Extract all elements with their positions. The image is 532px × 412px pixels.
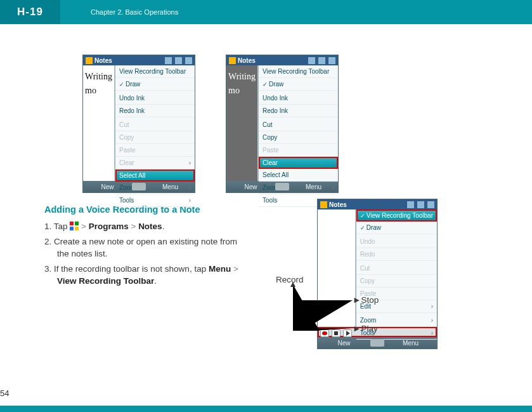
menu-redo: Redo	[356, 248, 437, 261]
context-menu: View Recording Toolbar Draw Undo Ink Red…	[258, 65, 338, 181]
ink-pane: Writing mo	[83, 65, 115, 181]
menu-clear: Clear	[115, 157, 195, 169]
step3-prefix: 3. If the recording toolbar is not shown…	[44, 264, 209, 274]
menu-view-rec-toolbar[interactable]: View Recording Toolbar	[115, 65, 195, 78]
record-button[interactable]	[320, 329, 329, 337]
volume-icon	[318, 57, 325, 64]
menu-draw[interactable]: Draw	[259, 78, 338, 91]
device-titlebar: Notes	[318, 199, 437, 209]
signal-icon	[165, 57, 172, 64]
device-title: Notes	[94, 57, 162, 64]
device-titlebar: Notes	[226, 55, 338, 65]
page-content: Notes Writing mo View Recording Toolbar …	[0, 24, 532, 287]
menu-undo-ink[interactable]: Undo Ink	[115, 92, 195, 105]
softkey-new[interactable]: New	[83, 183, 132, 190]
context-menu: View Recording Toolbar Draw Undo Ink Red…	[115, 65, 195, 181]
step1-gt2: >	[129, 222, 138, 231]
softkey-new[interactable]: New	[226, 183, 275, 190]
handwriting-icon: Writing mo	[228, 68, 258, 112]
stop-button[interactable]	[332, 329, 341, 337]
menu-select-all[interactable]: Select All	[259, 169, 338, 182]
page-header: H-19 Chapter 2. Basic Operations	[0, 0, 532, 24]
device-body: Writing mo View Recording Toolbar Draw U…	[226, 65, 338, 181]
logo-box: H-19	[0, 0, 60, 24]
step1-prefix: 1. Tap	[44, 222, 70, 231]
menu-cut: Cut	[115, 119, 195, 131]
keyboard-icon[interactable]	[275, 183, 289, 190]
step3-menu: Menu	[209, 264, 231, 274]
svg-text:Writing: Writing	[228, 72, 256, 81]
menu-copy[interactable]: Copy	[259, 131, 338, 144]
step3-vrt: View Recording Toolbar	[57, 276, 154, 286]
step3-gt: >	[231, 264, 238, 274]
callout-play: ►Play	[353, 324, 378, 333]
notes-canvas[interactable]	[318, 209, 356, 327]
device-title: Notes	[329, 201, 404, 208]
device-title: Notes	[238, 57, 305, 64]
device-titlebar: Notes	[83, 55, 195, 65]
menu-select-all[interactable]: Select All	[115, 169, 195, 182]
close-icon	[427, 201, 434, 208]
device-screenshot-right: Notes Writing mo View Recording Toolbar …	[226, 55, 339, 193]
device-screenshot-left: Notes Writing mo View Recording Toolbar …	[82, 55, 195, 193]
menu-draw[interactable]: Draw	[115, 78, 195, 91]
step1-suffix: .	[162, 222, 165, 231]
chapter-title: Chapter 2. Basic Operations	[91, 8, 178, 16]
start-icon	[229, 57, 236, 64]
volume-icon	[417, 201, 424, 208]
start-icon	[86, 57, 93, 64]
device-softkey-bar: New Menu	[318, 337, 437, 349]
svg-text:Writing: Writing	[85, 72, 112, 81]
volume-icon	[175, 57, 182, 64]
callout-stop-text: Stop	[361, 295, 379, 305]
signal-icon	[407, 201, 414, 208]
softkey-menu[interactable]: Menu	[384, 340, 437, 347]
step1-programs: Programs	[89, 222, 129, 231]
handwriting-icon: Writing mo	[84, 68, 115, 112]
step1-gt1: >	[81, 222, 89, 231]
keyboard-icon[interactable]	[132, 183, 146, 190]
svg-text:mo: mo	[85, 86, 96, 95]
keyboard-icon[interactable]	[370, 339, 384, 347]
screenshots-row: Notes Writing mo View Recording Toolbar …	[82, 55, 532, 193]
start-icon	[320, 201, 327, 208]
menu-view-rec-toolbar[interactable]: View Recording Toolbar	[259, 65, 338, 78]
step-2: 2. Create a new note or open an existing…	[44, 236, 250, 260]
svg-text:mo: mo	[228, 86, 240, 95]
device-body: Writing mo View Recording Toolbar Draw U…	[83, 65, 195, 181]
menu-redo-ink[interactable]: Redo Ink	[115, 105, 195, 117]
logo-text: H-19	[17, 6, 43, 18]
menu-paste: Paste	[115, 144, 195, 157]
instruction-list: 1. Tap > Programs > Notes. 2. Create a n…	[44, 221, 250, 287]
menu-redo-ink[interactable]: Redo Ink	[259, 105, 338, 117]
step3-suffix: .	[154, 276, 157, 286]
callout-play-text: Play	[361, 324, 377, 333]
menu-clear[interactable]: Clear	[259, 157, 338, 169]
step1-notes: Notes	[138, 222, 162, 231]
ok-icon	[185, 57, 192, 64]
page-number: 54	[0, 389, 9, 398]
step-3: 3. If the recording toolbar is not shown…	[44, 263, 250, 288]
callout-record: Record	[276, 275, 304, 284]
step-1: 1. Tap > Programs > Notes.	[44, 221, 250, 233]
menu-tools[interactable]: Tools	[115, 194, 195, 207]
menu-cut: Cut	[356, 262, 437, 275]
ok-icon	[328, 57, 335, 64]
menu-cut[interactable]: Cut	[259, 119, 338, 131]
menu-copy: Copy	[356, 275, 437, 288]
play-button[interactable]	[343, 329, 352, 337]
recording-figure: Notes View Recording Toolbar Draw Undo R…	[279, 199, 438, 357]
footer-bar	[0, 406, 532, 412]
softkey-menu[interactable]: Menu	[146, 183, 195, 190]
menu-draw[interactable]: Draw	[356, 222, 437, 234]
menu-view-rec-toolbar[interactable]: View Recording Toolbar	[356, 209, 437, 222]
menu-undo-ink[interactable]: Undo Ink	[259, 92, 338, 105]
menu-copy: Copy	[115, 131, 195, 144]
softkey-menu[interactable]: Menu	[289, 183, 338, 190]
context-menu: View Recording Toolbar Draw Undo Redo Cu…	[356, 209, 437, 327]
callout-stop: ►Stop	[353, 295, 379, 305]
softkey-new[interactable]: New	[318, 340, 370, 347]
windows-start-icon	[70, 222, 79, 230]
device-body: View Recording Toolbar Draw Undo Redo Cu…	[318, 209, 437, 327]
menu-paste: Paste	[259, 144, 338, 157]
